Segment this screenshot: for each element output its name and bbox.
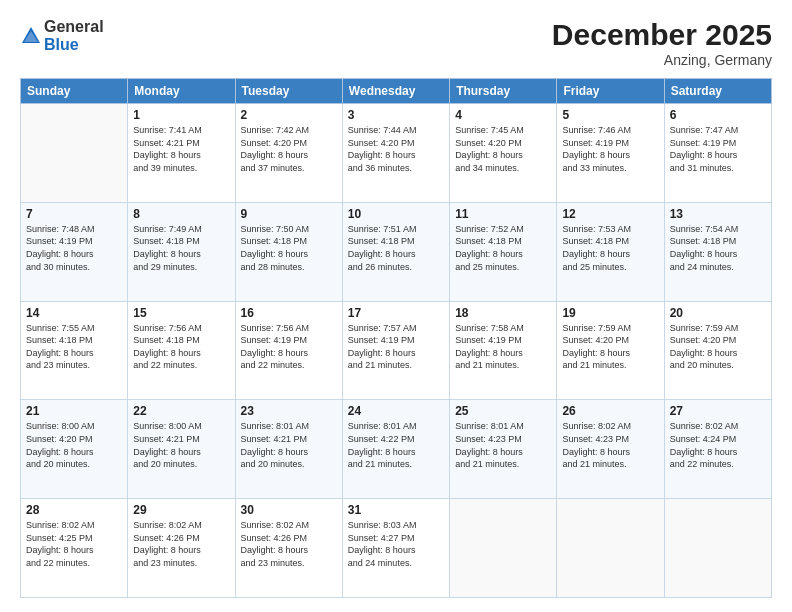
day-info: Sunrise: 7:47 AM Sunset: 4:19 PM Dayligh… xyxy=(670,124,766,174)
day-cell: 12Sunrise: 7:53 AM Sunset: 4:18 PM Dayli… xyxy=(557,202,664,301)
logo-blue-text: Blue xyxy=(44,36,104,54)
day-number: 14 xyxy=(26,306,122,320)
day-info: Sunrise: 8:01 AM Sunset: 4:21 PM Dayligh… xyxy=(241,420,337,470)
day-cell xyxy=(664,499,771,598)
day-cell: 11Sunrise: 7:52 AM Sunset: 4:18 PM Dayli… xyxy=(450,202,557,301)
week-row-1: 1Sunrise: 7:41 AM Sunset: 4:21 PM Daylig… xyxy=(21,104,772,203)
day-number: 31 xyxy=(348,503,444,517)
header-row: SundayMondayTuesdayWednesdayThursdayFrid… xyxy=(21,79,772,104)
day-cell: 3Sunrise: 7:44 AM Sunset: 4:20 PM Daylig… xyxy=(342,104,449,203)
day-cell: 19Sunrise: 7:59 AM Sunset: 4:20 PM Dayli… xyxy=(557,301,664,400)
day-info: Sunrise: 8:02 AM Sunset: 4:24 PM Dayligh… xyxy=(670,420,766,470)
day-cell: 16Sunrise: 7:56 AM Sunset: 4:19 PM Dayli… xyxy=(235,301,342,400)
day-number: 30 xyxy=(241,503,337,517)
day-cell: 20Sunrise: 7:59 AM Sunset: 4:20 PM Dayli… xyxy=(664,301,771,400)
logo-icon xyxy=(20,25,42,47)
day-number: 16 xyxy=(241,306,337,320)
day-cell: 7Sunrise: 7:48 AM Sunset: 4:19 PM Daylig… xyxy=(21,202,128,301)
day-number: 6 xyxy=(670,108,766,122)
day-cell: 2Sunrise: 7:42 AM Sunset: 4:20 PM Daylig… xyxy=(235,104,342,203)
day-number: 24 xyxy=(348,404,444,418)
day-cell: 6Sunrise: 7:47 AM Sunset: 4:19 PM Daylig… xyxy=(664,104,771,203)
day-cell: 21Sunrise: 8:00 AM Sunset: 4:20 PM Dayli… xyxy=(21,400,128,499)
day-info: Sunrise: 7:41 AM Sunset: 4:21 PM Dayligh… xyxy=(133,124,229,174)
title-block: December 2025 Anzing, Germany xyxy=(552,18,772,68)
month-year: December 2025 xyxy=(552,18,772,52)
day-number: 1 xyxy=(133,108,229,122)
day-cell: 13Sunrise: 7:54 AM Sunset: 4:18 PM Dayli… xyxy=(664,202,771,301)
day-number: 22 xyxy=(133,404,229,418)
day-cell xyxy=(557,499,664,598)
day-cell: 27Sunrise: 8:02 AM Sunset: 4:24 PM Dayli… xyxy=(664,400,771,499)
calendar-table: SundayMondayTuesdayWednesdayThursdayFrid… xyxy=(20,78,772,598)
logo: General Blue xyxy=(20,18,104,53)
day-info: Sunrise: 7:46 AM Sunset: 4:19 PM Dayligh… xyxy=(562,124,658,174)
day-number: 15 xyxy=(133,306,229,320)
day-cell: 5Sunrise: 7:46 AM Sunset: 4:19 PM Daylig… xyxy=(557,104,664,203)
day-info: Sunrise: 7:53 AM Sunset: 4:18 PM Dayligh… xyxy=(562,223,658,273)
day-info: Sunrise: 8:01 AM Sunset: 4:22 PM Dayligh… xyxy=(348,420,444,470)
day-info: Sunrise: 7:54 AM Sunset: 4:18 PM Dayligh… xyxy=(670,223,766,273)
day-number: 3 xyxy=(348,108,444,122)
day-cell: 10Sunrise: 7:51 AM Sunset: 4:18 PM Dayli… xyxy=(342,202,449,301)
day-info: Sunrise: 7:51 AM Sunset: 4:18 PM Dayligh… xyxy=(348,223,444,273)
day-info: Sunrise: 7:50 AM Sunset: 4:18 PM Dayligh… xyxy=(241,223,337,273)
day-cell: 1Sunrise: 7:41 AM Sunset: 4:21 PM Daylig… xyxy=(128,104,235,203)
day-number: 10 xyxy=(348,207,444,221)
day-cell: 26Sunrise: 8:02 AM Sunset: 4:23 PM Dayli… xyxy=(557,400,664,499)
day-cell: 29Sunrise: 8:02 AM Sunset: 4:26 PM Dayli… xyxy=(128,499,235,598)
week-row-4: 21Sunrise: 8:00 AM Sunset: 4:20 PM Dayli… xyxy=(21,400,772,499)
day-number: 8 xyxy=(133,207,229,221)
header: General Blue December 2025 Anzing, Germa… xyxy=(20,18,772,68)
day-info: Sunrise: 7:52 AM Sunset: 4:18 PM Dayligh… xyxy=(455,223,551,273)
day-info: Sunrise: 8:02 AM Sunset: 4:26 PM Dayligh… xyxy=(133,519,229,569)
day-number: 28 xyxy=(26,503,122,517)
day-info: Sunrise: 8:00 AM Sunset: 4:20 PM Dayligh… xyxy=(26,420,122,470)
day-info: Sunrise: 8:00 AM Sunset: 4:21 PM Dayligh… xyxy=(133,420,229,470)
day-cell xyxy=(450,499,557,598)
week-row-5: 28Sunrise: 8:02 AM Sunset: 4:25 PM Dayli… xyxy=(21,499,772,598)
day-cell: 14Sunrise: 7:55 AM Sunset: 4:18 PM Dayli… xyxy=(21,301,128,400)
day-info: Sunrise: 7:59 AM Sunset: 4:20 PM Dayligh… xyxy=(670,322,766,372)
day-number: 23 xyxy=(241,404,337,418)
day-cell: 25Sunrise: 8:01 AM Sunset: 4:23 PM Dayli… xyxy=(450,400,557,499)
day-cell: 15Sunrise: 7:56 AM Sunset: 4:18 PM Dayli… xyxy=(128,301,235,400)
day-cell: 24Sunrise: 8:01 AM Sunset: 4:22 PM Dayli… xyxy=(342,400,449,499)
day-info: Sunrise: 7:44 AM Sunset: 4:20 PM Dayligh… xyxy=(348,124,444,174)
day-number: 11 xyxy=(455,207,551,221)
day-cell: 23Sunrise: 8:01 AM Sunset: 4:21 PM Dayli… xyxy=(235,400,342,499)
day-cell: 31Sunrise: 8:03 AM Sunset: 4:27 PM Dayli… xyxy=(342,499,449,598)
day-number: 19 xyxy=(562,306,658,320)
day-cell: 9Sunrise: 7:50 AM Sunset: 4:18 PM Daylig… xyxy=(235,202,342,301)
logo-general-text: General xyxy=(44,18,104,36)
day-number: 2 xyxy=(241,108,337,122)
location: Anzing, Germany xyxy=(552,52,772,68)
col-header-monday: Monday xyxy=(128,79,235,104)
day-number: 21 xyxy=(26,404,122,418)
day-number: 5 xyxy=(562,108,658,122)
col-header-sunday: Sunday xyxy=(21,79,128,104)
day-info: Sunrise: 8:02 AM Sunset: 4:25 PM Dayligh… xyxy=(26,519,122,569)
week-row-3: 14Sunrise: 7:55 AM Sunset: 4:18 PM Dayli… xyxy=(21,301,772,400)
day-info: Sunrise: 7:58 AM Sunset: 4:19 PM Dayligh… xyxy=(455,322,551,372)
day-cell: 8Sunrise: 7:49 AM Sunset: 4:18 PM Daylig… xyxy=(128,202,235,301)
col-header-thursday: Thursday xyxy=(450,79,557,104)
day-number: 13 xyxy=(670,207,766,221)
col-header-saturday: Saturday xyxy=(664,79,771,104)
day-number: 26 xyxy=(562,404,658,418)
col-header-tuesday: Tuesday xyxy=(235,79,342,104)
day-cell: 4Sunrise: 7:45 AM Sunset: 4:20 PM Daylig… xyxy=(450,104,557,203)
day-info: Sunrise: 7:55 AM Sunset: 4:18 PM Dayligh… xyxy=(26,322,122,372)
day-number: 25 xyxy=(455,404,551,418)
day-number: 18 xyxy=(455,306,551,320)
day-cell: 17Sunrise: 7:57 AM Sunset: 4:19 PM Dayli… xyxy=(342,301,449,400)
day-info: Sunrise: 8:01 AM Sunset: 4:23 PM Dayligh… xyxy=(455,420,551,470)
day-info: Sunrise: 7:48 AM Sunset: 4:19 PM Dayligh… xyxy=(26,223,122,273)
day-info: Sunrise: 7:59 AM Sunset: 4:20 PM Dayligh… xyxy=(562,322,658,372)
day-number: 17 xyxy=(348,306,444,320)
day-cell: 18Sunrise: 7:58 AM Sunset: 4:19 PM Dayli… xyxy=(450,301,557,400)
day-cell xyxy=(21,104,128,203)
day-info: Sunrise: 8:03 AM Sunset: 4:27 PM Dayligh… xyxy=(348,519,444,569)
day-number: 29 xyxy=(133,503,229,517)
day-number: 27 xyxy=(670,404,766,418)
